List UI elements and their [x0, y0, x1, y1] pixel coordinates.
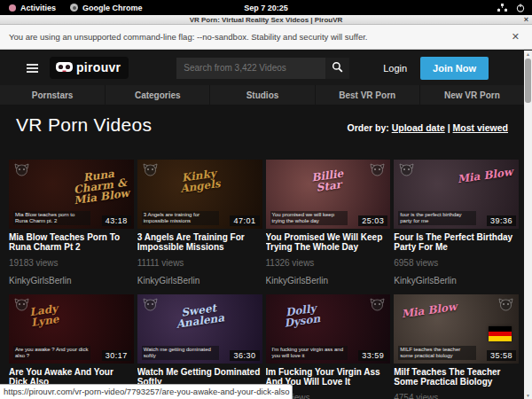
german-flag-icon: [489, 326, 512, 341]
nav-item-categories[interactable]: Categories: [105, 85, 209, 105]
video-studio-link[interactable]: KinkyGirlsBerlin: [266, 276, 391, 286]
main-nav: Pornstars Categories Studios Best VR Por…: [0, 85, 524, 105]
login-link[interactable]: Login: [383, 63, 407, 74]
video-thumbnail[interactable]: Billie Star You promised we will keep tr…: [266, 160, 391, 229]
menu-hamburger-icon[interactable]: [27, 64, 38, 73]
video-studio-link[interactable]: KinkyGirlsBerlin: [9, 276, 134, 286]
system-top-bar: Activities Google Chrome Sep 7 20:25: [0, 0, 532, 15]
scroll-up-icon[interactable]: ▲: [524, 51, 532, 58]
cat-mask-watermark-icon: [399, 163, 414, 180]
nav-item-pornstars[interactable]: Pornstars: [0, 85, 105, 105]
window-close-icon[interactable]: ×: [524, 15, 528, 25]
video-caption: You promised we will keep trying the who…: [270, 211, 348, 225]
cat-mask-watermark-icon: [498, 298, 513, 315]
video-thumbnail[interactable]: Mia Blow four is the perfect birthday pa…: [394, 160, 519, 229]
video-grid: Runa Charm & Mia Blow Mia Blow teaches p…: [0, 160, 524, 399]
video-caption: Are you awake ? And your dick also ?: [13, 346, 90, 360]
video-card[interactable]: Billie Star You promised we will keep tr…: [266, 160, 391, 286]
order-by: Order by: Upload date | Most viewed: [348, 122, 509, 136]
network-icon[interactable]: [497, 4, 507, 12]
video-studio-link[interactable]: KinkyGirlsBerlin: [137, 276, 262, 286]
video-overlay-name: Mia Blow: [456, 167, 513, 185]
video-title[interactable]: Milf Teaches The Teacher Some Practical …: [394, 367, 519, 387]
video-thumbnail[interactable]: Runa Charm & Mia Blow Mia Blow teaches p…: [9, 160, 134, 229]
scroll-down-icon[interactable]: ▼: [524, 392, 532, 399]
video-duration-badge: 25:03: [358, 215, 387, 226]
video-overlay-name: Runa Charm & Mia Blow: [70, 167, 130, 207]
video-overlay-name: Billie Star: [298, 167, 357, 196]
cat-mask-watermark-icon: [370, 163, 385, 180]
status-url-bubble: https://pirouvr.com/vr-porn-video/779325…: [0, 384, 293, 399]
scrollbar-thumb[interactable]: [525, 59, 531, 103]
video-duration-badge: 35:58: [487, 350, 516, 361]
activities-label: Activities: [20, 4, 56, 12]
window-title: VR Porn: Virtual Reality Sex Videos | Pi…: [190, 16, 343, 24]
cat-mask-watermark-icon: [143, 298, 158, 315]
order-by-most-viewed-link[interactable]: Most viewed: [453, 122, 508, 133]
site-header: pirouvr Login Join Now: [0, 51, 524, 85]
video-views: 19183 views: [9, 258, 134, 268]
activities-button[interactable]: Activities: [9, 4, 56, 12]
video-studio-link[interactable]: KinkyGirlsBerlin: [394, 276, 519, 286]
browser-viewport: pirouvr Login Join Now Pornstars Categor…: [0, 51, 524, 399]
video-caption: four is the perfect birthday party for m…: [398, 211, 475, 225]
app-menu-button[interactable]: Google Chrome: [70, 4, 143, 12]
video-caption: Watch me getting dominated softly: [142, 346, 219, 360]
video-card[interactable]: Mia Blow MILF teaches the teacher some p…: [394, 294, 519, 399]
video-title[interactable]: 3 Angels Are Training For Impossible Mis…: [137, 232, 262, 252]
nav-item-new-vr-porn[interactable]: New VR Porn: [419, 85, 524, 105]
search-icon: [332, 61, 343, 75]
site-logo[interactable]: pirouvr: [50, 57, 129, 79]
page-head: VR Porn Videos Order by: Upload date | M…: [0, 105, 524, 136]
logo-text: pirouvr: [76, 60, 121, 74]
warning-close-icon[interactable]: ✕: [512, 31, 520, 43]
video-caption: Mia Blow teaches porn to Runa Charm pt. …: [13, 211, 90, 225]
video-thumbnail[interactable]: Lady Lyne Are you awake ? And your dick …: [9, 294, 134, 364]
video-card[interactable]: Mia Blow four is the perfect birthday pa…: [394, 160, 519, 286]
order-by-upload-date-link[interactable]: Upload date: [392, 122, 445, 133]
video-overlay-name: Mia Blow: [401, 301, 458, 320]
cat-mask-watermark-icon: [370, 298, 385, 315]
video-duration-badge: 33:59: [358, 350, 387, 361]
app-menu-label: Google Chrome: [82, 4, 143, 12]
video-card[interactable]: Kinky Angels 3 Angels are training for i…: [137, 160, 262, 286]
video-views: 11111 views: [137, 258, 262, 268]
video-views: 6958 views: [394, 258, 519, 268]
search-input[interactable]: [176, 58, 325, 79]
sandbox-warning-text: You are using an unsupported command-lin…: [9, 32, 368, 42]
video-title[interactable]: You Promised We Will Keep Trying The Who…: [266, 232, 391, 252]
nav-item-best-vr-porn[interactable]: Best VR Porn: [315, 85, 419, 105]
order-separator: |: [445, 122, 453, 133]
video-title[interactable]: Four Is The Perfect Birthday Party For M…: [394, 232, 519, 252]
chrome-icon: [70, 4, 78, 12]
sandbox-warning-bar: You are using an unsupported command-lin…: [0, 25, 532, 50]
search-button[interactable]: [325, 58, 349, 79]
video-caption: 3 Angels are training for impossible mis…: [142, 211, 219, 225]
vr-goggles-icon: [56, 59, 73, 75]
video-thumbnail[interactable]: Dolly Dyson I'm fucking your virgin ass …: [266, 294, 391, 364]
order-by-label: Order by:: [348, 122, 389, 133]
cat-mask-watermark-icon: [143, 163, 158, 180]
video-card[interactable]: Runa Charm & Mia Blow Mia Blow teaches p…: [9, 160, 134, 286]
power-icon[interactable]: [516, 4, 525, 12]
video-thumbnail[interactable]: Mia Blow MILF teaches the teacher some p…: [394, 294, 519, 364]
video-duration-badge: 39:36: [487, 215, 516, 226]
video-title[interactable]: Mia Blow Teaches Porn To Runa Charm Pt 2: [9, 232, 134, 252]
video-duration-badge: 30:17: [102, 350, 131, 361]
video-caption: I'm fucking your virgin ass and you will…: [270, 346, 348, 360]
join-now-button[interactable]: Join Now: [420, 57, 489, 80]
video-duration-badge: 36:30: [230, 350, 259, 361]
window-title-bar: VR Porn: Virtual Reality Sex Videos | Pi…: [0, 15, 532, 25]
video-overlay-name: Kinky Angels: [169, 167, 229, 196]
video-thumbnail[interactable]: Kinky Angels 3 Angels are training for i…: [137, 160, 262, 229]
activities-dot-icon: [9, 4, 16, 12]
video-overlay-name: Sweet Analena: [169, 301, 229, 331]
video-caption: MILF teaches the teacher some practical …: [398, 346, 475, 360]
search-form: [176, 58, 349, 79]
page-title: VR Porn Videos: [16, 114, 152, 136]
browser-scrollbar[interactable]: ▲ ▼: [524, 51, 532, 399]
video-thumbnail[interactable]: Sweet Analena Watch me getting dominated…: [137, 294, 262, 364]
video-views: 11326 views: [266, 258, 391, 268]
video-overlay-name: Dolly Dyson: [271, 301, 331, 331]
nav-item-studios[interactable]: Studios: [209, 85, 314, 105]
